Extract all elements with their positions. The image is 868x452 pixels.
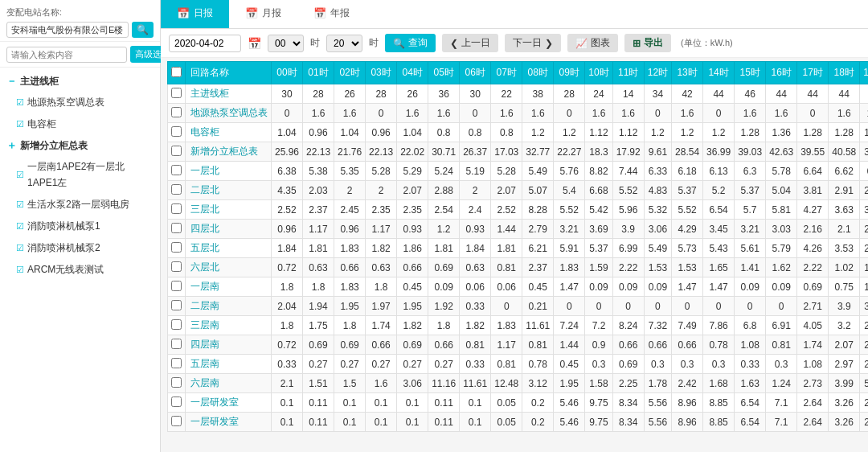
next-day-button[interactable]: 下一日 ❯ (505, 34, 561, 52)
row-checkbox[interactable] (171, 300, 182, 310)
row-checkbox-cell[interactable] (168, 104, 186, 123)
row-checkbox[interactable] (171, 358, 182, 368)
station-search-button[interactable]: 🔍 (132, 22, 154, 38)
tab-daily[interactable]: 📅 日报 (161, 0, 229, 28)
station-row: 🔍 (6, 22, 154, 38)
minute-select[interactable]: 00051015 20253035 40455055 (326, 35, 362, 52)
data-cell: 7.86 (703, 316, 735, 335)
export-button[interactable]: ⊞ 导出 (624, 34, 671, 52)
sidebar-item-main-cabinet[interactable]: － 主进线柜 (0, 71, 160, 92)
date-input[interactable] (169, 35, 241, 52)
data-cell: 3.53 (829, 239, 860, 258)
row-checkbox-cell[interactable] (168, 123, 186, 142)
tab-monthly[interactable]: 📅 月报 (229, 0, 297, 28)
filter-input[interactable] (6, 47, 127, 63)
row-checkbox-cell[interactable] (168, 335, 186, 355)
data-cell: 1.6 (366, 374, 397, 393)
data-cell: 2.03 (303, 181, 334, 200)
row-checkbox[interactable] (171, 242, 182, 253)
row-checkbox[interactable] (171, 165, 182, 175)
data-cell: 0.1 (397, 393, 428, 413)
header-checkbox[interactable] (168, 62, 186, 84)
row-checkbox[interactable] (171, 107, 182, 117)
sidebar-item-arcm[interactable]: ☑ ARCM无线表测试 (0, 259, 160, 281)
row-checkbox[interactable] (171, 184, 182, 195)
select-all-checkbox[interactable] (171, 67, 182, 77)
row-checkbox[interactable] (171, 261, 182, 272)
tab-yearly[interactable]: 📅 年报 (297, 0, 366, 28)
sidebar-item-new-split[interactable]: ＋ 新增分立柜总表 (0, 135, 160, 156)
sidebar-item-water-pump[interactable]: ☑ 生活水泵2路一层弱电房 (0, 194, 160, 216)
data-cell: 1.82 (366, 239, 397, 258)
data-cell: 3.12 (522, 374, 554, 393)
sidebar-header: 变配电站名称: 🔍 (0, 0, 160, 42)
row-checkbox-cell[interactable] (168, 297, 186, 316)
circuit-name-cell: 六层北 (186, 258, 272, 277)
row-checkbox[interactable] (171, 203, 182, 214)
data-cell: 1.12 (612, 123, 644, 142)
sidebar-item-geo-ac[interactable]: ☑ 地源热泵空调总表 (0, 92, 160, 113)
data-cell: 1.86 (397, 239, 428, 258)
chart-button[interactable]: 📈 图表 (567, 34, 618, 52)
hour-select[interactable]: 00010203 04050607 08091011 12131415 1617… (268, 35, 304, 52)
row-checkbox[interactable] (171, 339, 182, 349)
data-cell: 3.63 (829, 200, 860, 220)
row-checkbox-cell[interactable] (168, 393, 186, 413)
row-checkbox[interactable] (171, 281, 182, 291)
table-row: 六层北0.720.630.660.630.660.690.630.812.371… (168, 258, 869, 277)
data-cell: 0 (735, 297, 766, 316)
row-checkbox-cell[interactable] (168, 200, 186, 220)
row-checkbox-cell[interactable] (168, 84, 186, 104)
data-cell: 5.04 (766, 181, 797, 200)
data-cell: 1.84 (460, 239, 491, 258)
data-cell: 6.33 (644, 162, 671, 181)
row-checkbox-cell[interactable] (168, 277, 186, 297)
row-checkbox[interactable] (171, 416, 182, 426)
tree-child-label: 地源热泵空调总表 (27, 95, 104, 110)
row-checkbox-cell[interactable] (168, 258, 186, 277)
table-row: 一层南1.81.81.831.80.450.090.060.060.451.47… (168, 277, 869, 297)
row-checkbox-cell[interactable] (168, 162, 186, 181)
data-cell: 3.21 (735, 220, 766, 239)
sidebar-item-1f-ape[interactable]: ☑ 一层南1APE2有一层北1APE1左 (0, 156, 160, 193)
row-checkbox-cell[interactable] (168, 239, 186, 258)
circuit-name-cell: 六层南 (186, 374, 272, 393)
sidebar-item-ecabinet[interactable]: ☑ 电容柜 (0, 113, 160, 135)
data-cell: 5.78 (766, 162, 797, 181)
row-checkbox-cell[interactable] (168, 181, 186, 200)
calendar-icon: 📅 (313, 7, 326, 19)
data-cell: 0.81 (491, 258, 522, 277)
tree-child-label: 生活水泵2路一层弱电房 (27, 197, 129, 212)
row-checkbox[interactable] (171, 146, 182, 156)
data-cell: 6.91 (766, 316, 797, 335)
data-cell: 3.69 (585, 220, 612, 239)
calendar-picker-icon[interactable]: 📅 (248, 37, 261, 50)
row-checkbox-cell[interactable] (168, 413, 186, 432)
row-checkbox[interactable] (171, 88, 182, 98)
query-button[interactable]: 🔍 查询 (385, 34, 436, 52)
data-cell: 1.83 (334, 277, 366, 297)
data-cell: 5.24 (428, 162, 460, 181)
prev-day-button[interactable]: ❮ 上一日 (442, 34, 498, 52)
table-header-row: 回路名称 00时 01时 02时 03时 04时 05时 06时 07时 08时… (168, 62, 869, 84)
row-checkbox[interactable] (171, 126, 182, 137)
row-checkbox-cell[interactable] (168, 316, 186, 335)
data-cell: 0.8 (428, 123, 460, 142)
data-cell: 0.45 (554, 355, 585, 374)
row-checkbox[interactable] (171, 377, 182, 388)
sidebar-item-fire-pump2[interactable]: ☑ 消防喷淋机械泵2 (0, 237, 160, 259)
data-cell: 44 (829, 84, 860, 104)
row-checkbox[interactable] (171, 223, 182, 233)
station-input[interactable] (6, 22, 129, 38)
data-cell: 0.1 (272, 413, 303, 432)
data-cell: 0 (554, 104, 585, 123)
row-checkbox[interactable] (171, 319, 182, 330)
data-cell: 6.54 (735, 393, 766, 413)
row-checkbox-cell[interactable] (168, 355, 186, 374)
filter-row: 高级选择 (0, 42, 160, 68)
row-checkbox-cell[interactable] (168, 142, 186, 162)
row-checkbox-cell[interactable] (168, 374, 186, 393)
row-checkbox[interactable] (171, 397, 182, 407)
row-checkbox-cell[interactable] (168, 220, 186, 239)
sidebar-item-fire-pump1[interactable]: ☑ 消防喷淋机械泵1 (0, 216, 160, 237)
